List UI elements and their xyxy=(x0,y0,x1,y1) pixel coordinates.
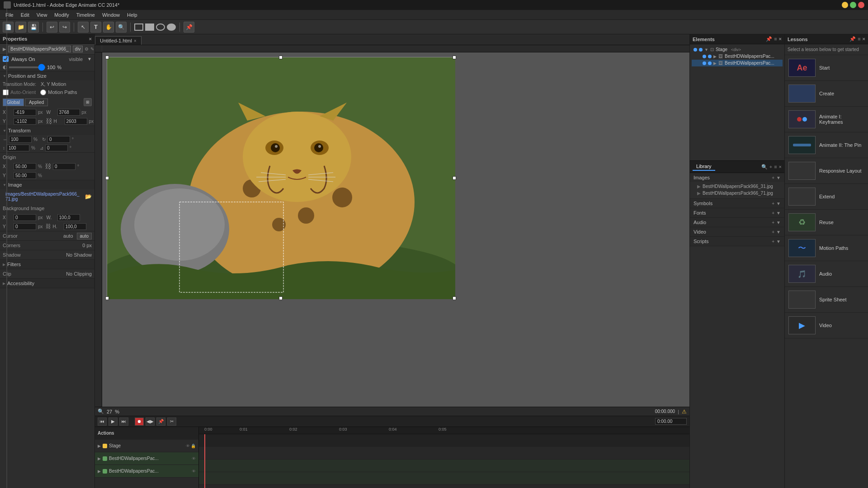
handle-br[interactable] xyxy=(453,296,456,300)
w-input[interactable] xyxy=(57,109,80,116)
close-button[interactable] xyxy=(858,2,864,8)
handle-tr[interactable] xyxy=(453,56,456,59)
library-images-header[interactable]: Images + ▼ xyxy=(690,173,784,182)
minimize-button[interactable] xyxy=(842,2,848,8)
bg-w-input[interactable] xyxy=(57,214,80,221)
lesson-start[interactable]: Ae Start xyxy=(785,55,868,81)
scripts-add-icon[interactable]: + xyxy=(772,239,774,244)
element-tag[interactable]: div xyxy=(73,46,83,52)
elements-close-icon[interactable]: × xyxy=(779,36,782,42)
lesson-audio[interactable]: 🎵 Audio xyxy=(785,261,868,287)
symbols-add-icon[interactable]: + xyxy=(772,201,774,206)
images-add-icon[interactable]: + xyxy=(772,175,774,180)
maximize-button[interactable] xyxy=(850,2,856,8)
rect-filled-tool[interactable] xyxy=(145,23,154,31)
tl-btn-2[interactable]: ◀▶ xyxy=(146,418,155,426)
save-button[interactable]: 💾 xyxy=(28,22,39,33)
rect-tool[interactable] xyxy=(134,23,143,31)
tree-item-stage[interactable]: ▼ ⊡ Stage <div> xyxy=(692,46,783,53)
lesson-animate-1[interactable]: Animate I: Keyframes xyxy=(785,107,868,132)
lesson-animate-2[interactable]: Animate II: The Pin xyxy=(785,132,868,158)
canvas-main[interactable] xyxy=(102,52,689,407)
open-button[interactable]: 📁 xyxy=(15,22,26,33)
transform-header[interactable]: ▼ Transform xyxy=(0,126,94,135)
tl-btn-3[interactable]: 📌 xyxy=(156,418,165,426)
undo-button[interactable]: ↩ xyxy=(47,22,57,33)
handle-bl[interactable] xyxy=(105,296,109,300)
handle-tm[interactable] xyxy=(279,56,283,59)
library-close-icon[interactable]: × xyxy=(779,164,782,170)
skew-input[interactable] xyxy=(45,145,68,151)
element-selector[interactable]: ▶ BestHDWallpapersPack966_ div ⚙ ✎ xyxy=(0,44,94,55)
library-add-icon[interactable]: + xyxy=(769,164,772,170)
lesson-motion[interactable]: 〜 Motion Paths xyxy=(785,235,868,261)
elements-pin-icon[interactable]: 📌 xyxy=(766,36,772,42)
h-input[interactable] xyxy=(65,118,87,125)
ellipse-tool[interactable] xyxy=(156,23,165,31)
menu-view[interactable]: View xyxy=(33,11,51,19)
redo-button[interactable]: ↪ xyxy=(59,22,70,33)
scale-x-input[interactable] xyxy=(9,136,32,143)
library-symbols-header[interactable]: Symbols + ▼ xyxy=(690,199,784,208)
track-2-vis[interactable]: 👁 xyxy=(192,469,196,474)
track-stage-lock[interactable]: 🔒 xyxy=(191,444,196,448)
x-input[interactable] xyxy=(14,109,36,116)
position-size-header[interactable]: ▼ Position and Size xyxy=(0,71,94,80)
motion-paths-radio[interactable] xyxy=(40,89,46,95)
menu-window[interactable]: Window xyxy=(99,11,123,19)
library-video-header[interactable]: Video + ▼ xyxy=(690,227,784,236)
playhead[interactable] xyxy=(204,434,205,488)
hand-tool[interactable]: ✋ xyxy=(103,22,114,33)
filters-header[interactable]: ▶ Filters xyxy=(0,260,94,269)
canvas-tab-main[interactable]: Untitled-1.html × xyxy=(95,36,142,45)
menu-modify[interactable]: Modify xyxy=(51,11,72,19)
track-stage-vis[interactable]: 👁 xyxy=(186,444,190,448)
position-options-button[interactable]: ⊞ xyxy=(84,98,92,106)
play-button[interactable]: ▶ xyxy=(108,418,118,426)
text-tool[interactable]: T xyxy=(90,22,101,33)
cursor-auto-button[interactable]: auto xyxy=(77,233,92,239)
image-browse-icon[interactable]: 📂 xyxy=(85,193,92,200)
origin-x-input[interactable] xyxy=(14,163,36,170)
menu-edit[interactable]: Edit xyxy=(17,11,33,19)
elements-menu-icon[interactable]: ≡ xyxy=(774,36,777,42)
fonts-add-icon[interactable]: + xyxy=(772,211,774,216)
handle-ml[interactable] xyxy=(105,176,109,180)
lessons-close-icon[interactable]: × xyxy=(863,36,865,42)
zoom-tool[interactable]: 🔍 xyxy=(116,22,127,33)
library-menu-icon[interactable]: ≡ xyxy=(774,164,777,170)
rewind-button[interactable]: ⏮ xyxy=(98,418,107,426)
canvas-tab-close[interactable]: × xyxy=(134,38,137,43)
step-forward-button[interactable]: ⏭ xyxy=(119,418,128,426)
pin-tool[interactable]: 📌 xyxy=(184,22,194,33)
lesson-create[interactable]: Create xyxy=(785,81,868,107)
lessons-menu-icon[interactable]: ≡ xyxy=(858,36,860,42)
scale-y-input[interactable] xyxy=(7,145,29,151)
lesson-sprite[interactable]: Sprite Sheet xyxy=(785,287,868,313)
element-action-icon[interactable]: ⚙ xyxy=(85,47,89,52)
library-file-1[interactable]: ▶ BestHDWallpapersPack966_31.jpg xyxy=(697,183,781,190)
record-button[interactable]: ⏺ xyxy=(135,418,144,426)
image-header[interactable]: ▼ Image xyxy=(0,180,94,189)
timeline-time-input[interactable] xyxy=(655,418,687,425)
tl-btn-4[interactable]: ✂ xyxy=(167,418,176,426)
origin-angle-input[interactable] xyxy=(53,163,75,170)
video-add-icon[interactable]: + xyxy=(772,230,774,235)
menu-help[interactable]: Help xyxy=(123,11,141,19)
window-controls[interactable] xyxy=(842,2,864,8)
applied-button[interactable]: Applied xyxy=(25,99,48,106)
lessons-pin-icon[interactable]: 📌 xyxy=(849,36,856,42)
track-item-2[interactable]: ▶ BestHDWallpapersPac... 👁 xyxy=(95,465,198,478)
accessibility-header[interactable]: ▶ Accessibility xyxy=(0,279,94,288)
opacity-slider[interactable] xyxy=(9,66,45,68)
select-tool[interactable]: ↖ xyxy=(78,22,89,33)
bg-x-input[interactable] xyxy=(14,214,36,221)
handle-mr[interactable] xyxy=(453,176,456,180)
tree-item-1[interactable]: ▶ 🖼 BestHDWallpapersPac... xyxy=(692,53,783,60)
ellipse-filled-tool[interactable] xyxy=(167,23,176,31)
lesson-video[interactable]: ▶ Video xyxy=(785,313,868,338)
track-item-1[interactable]: ▶ BestHDWallpapersPac... 👁 xyxy=(95,452,198,465)
library-file-2[interactable]: ▶ BestHDWallpapersPack966_71.jpg xyxy=(697,190,781,197)
library-scripts-header[interactable]: Scripts + ▼ xyxy=(690,237,784,246)
bg-h-input[interactable] xyxy=(64,223,86,230)
